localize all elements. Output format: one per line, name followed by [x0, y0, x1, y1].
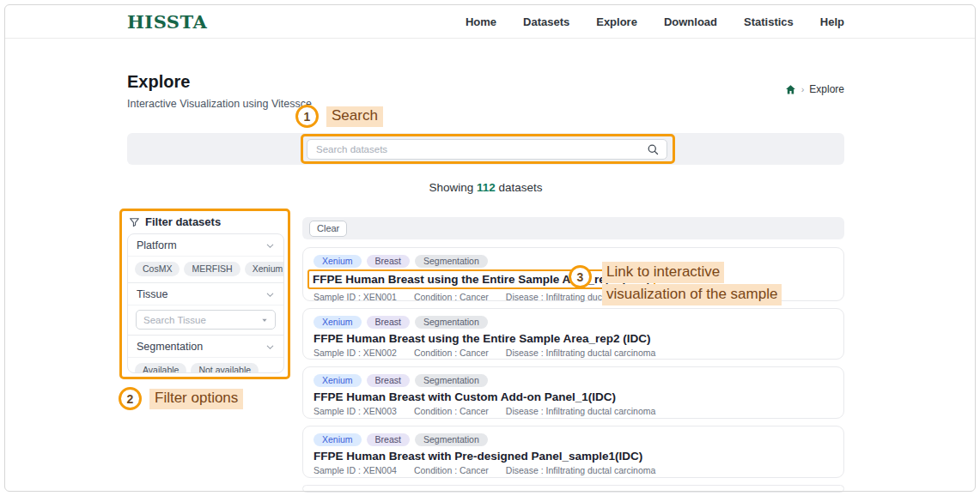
dataset-tags: Xenium Breast Segmentation	[313, 316, 833, 329]
annotation-2-label: Filter options	[149, 389, 243, 409]
filter-section-segmentation[interactable]: Segmentation	[128, 336, 283, 358]
annotation-1-badge: 1	[295, 105, 319, 128]
dataset-meta: Sample ID : XEN004 Condition : Cancer Di…	[313, 465, 833, 475]
nav-statistics[interactable]: Statistics	[744, 15, 794, 28]
platform-label: Platform	[137, 239, 177, 251]
tag-xenium: Xenium	[313, 374, 362, 387]
annotation-3-label-line2: visualization of the sample	[602, 284, 782, 305]
dataset-title-link[interactable]: FFPE Human Breast with Custom Add-on Pan…	[313, 390, 833, 403]
tag-xenium: Xenium	[313, 433, 362, 446]
annotation-1-label: Search	[326, 106, 383, 127]
annotation-step-1: 1 Search	[295, 105, 383, 128]
home-icon[interactable]	[785, 84, 796, 95]
platform-option-cosmx[interactable]: CosMX	[135, 262, 180, 276]
results-toolbar: Clear	[302, 217, 844, 239]
results-count-line: Showing 112 datasets	[127, 181, 844, 194]
nav-download[interactable]: Download	[664, 15, 717, 28]
dataset-title-link[interactable]: FFPE Human Breast using the Entire Sampl…	[313, 273, 650, 286]
tag-breast: Breast	[367, 374, 410, 387]
tissue-select-placeholder: Search Tissue	[143, 315, 206, 325]
results-prefix: Showing	[429, 181, 473, 194]
chevron-down-icon	[265, 241, 275, 251]
search-icon[interactable]	[647, 143, 660, 160]
dataset-tags: Xenium Breast Segmentation	[313, 433, 833, 446]
search-input[interactable]	[307, 139, 667, 160]
annotation-step-2: 2 Filter options	[119, 387, 243, 410]
platform-options: CosMX MERFISH Xenium	[128, 257, 283, 283]
hissta-explore-page: HISSTA Home Datasets Explore Download St…	[0, 0, 980, 496]
results-suffix: datasets	[499, 181, 543, 194]
tag-segmentation: Segmentation	[415, 433, 488, 446]
filter-panel-title: Filter datasets	[129, 215, 221, 228]
platform-option-xenium[interactable]: Xenium	[245, 262, 284, 276]
condition: Condition : Cancer	[414, 348, 489, 358]
dataset-tags: Xenium Breast Segmentation	[313, 374, 833, 387]
filter-panel-title-text: Filter datasets	[145, 215, 221, 228]
tag-xenium: Xenium	[313, 316, 362, 329]
dataset-title-link[interactable]: FFPE Human Breast using the Entire Sampl…	[313, 332, 833, 345]
page-title: Explore	[127, 72, 190, 92]
main-nav: Home Datasets Explore Download Statistic…	[466, 15, 844, 28]
tag-segmentation: Segmentation	[415, 316, 488, 329]
dataset-meta: Sample ID : XEN002 Condition : Cancer Di…	[313, 348, 833, 358]
sample-id: Sample ID : XEN004	[313, 465, 397, 475]
sample-id: Sample ID : XEN003	[313, 406, 397, 416]
segmentation-options: Available Not available	[128, 358, 283, 373]
segmentation-option-available[interactable]: Available	[135, 363, 186, 373]
top-header: HISSTA Home Datasets Explore Download St…	[5, 5, 975, 39]
dataset-card[interactable]: Xenium Breast Segmentation FFPE Human Br…	[302, 366, 844, 419]
disease: Disease : Infiltrating ductal carcinoma	[506, 406, 656, 416]
segmentation-option-not-available[interactable]: Not available	[191, 363, 259, 373]
chevron-down-icon	[265, 290, 275, 299]
filter-section-tissue[interactable]: Tissue	[128, 283, 283, 305]
condition: Condition : Cancer	[414, 406, 489, 416]
annotation-3-badge: 3	[569, 265, 592, 288]
condition: Condition : Cancer	[414, 292, 489, 302]
filter-panel: Platform CosMX MERFISH Xenium Tissue Sea…	[127, 233, 284, 373]
segmentation-label: Segmentation	[137, 341, 203, 353]
hissta-logo[interactable]: HISSTA	[127, 11, 207, 33]
tissue-select-wrap: Search Tissue	[128, 305, 283, 336]
nav-help[interactable]: Help	[820, 15, 844, 28]
chevron-down-icon	[265, 342, 275, 352]
breadcrumb-current: Explore	[809, 83, 844, 95]
page-subtitle: Interactive Visualization using Vitessce	[127, 98, 312, 110]
sample-id: Sample ID : XEN001	[313, 292, 397, 302]
tag-segmentation: Segmentation	[415, 374, 488, 387]
tissue-label: Tissue	[137, 288, 167, 300]
breadcrumb-separator: ›	[801, 84, 805, 94]
dataset-card[interactable]: Xenium Breast Segmentation FFPE Human Br…	[302, 308, 844, 360]
results-count: 112	[477, 181, 496, 194]
sample-id: Sample ID : XEN002	[313, 348, 397, 358]
disease: Disease : Infiltrating ductal carcinoma	[506, 348, 656, 358]
filter-section-platform[interactable]: Platform	[128, 234, 283, 257]
breadcrumb: › Explore	[785, 83, 844, 95]
tag-segmentation: Segmentation	[415, 255, 488, 268]
condition: Condition : Cancer	[414, 465, 489, 475]
annotation-3-label-line1: Link to interactive	[602, 262, 724, 283]
funnel-icon	[129, 216, 140, 227]
dataset-card-partial[interactable]	[302, 485, 844, 493]
tag-breast: Breast	[367, 316, 410, 329]
dataset-title-link[interactable]: FFPE Human Breast with Pre-designed Pane…	[313, 450, 833, 463]
tissue-select[interactable]: Search Tissue	[136, 310, 276, 330]
clear-filters-button[interactable]: Clear	[309, 221, 347, 237]
annotation-2-badge: 2	[119, 387, 142, 410]
tag-breast: Breast	[367, 255, 410, 268]
platform-option-merfish[interactable]: MERFISH	[184, 262, 240, 276]
dataset-meta: Sample ID : XEN003 Condition : Cancer Di…	[313, 406, 833, 416]
tag-breast: Breast	[367, 433, 410, 446]
tag-xenium: Xenium	[313, 255, 362, 268]
nav-datasets[interactable]: Datasets	[523, 15, 569, 28]
disease: Disease : Infiltrating ductal carcinoma	[506, 465, 656, 475]
annotation-step-3: Link to interactive visualization of the…	[602, 262, 782, 305]
nav-explore[interactable]: Explore	[596, 15, 637, 28]
dataset-card[interactable]: Xenium Breast Segmentation FFPE Human Br…	[302, 426, 844, 478]
nav-home[interactable]: Home	[466, 15, 496, 28]
caret-down-icon	[261, 317, 268, 324]
